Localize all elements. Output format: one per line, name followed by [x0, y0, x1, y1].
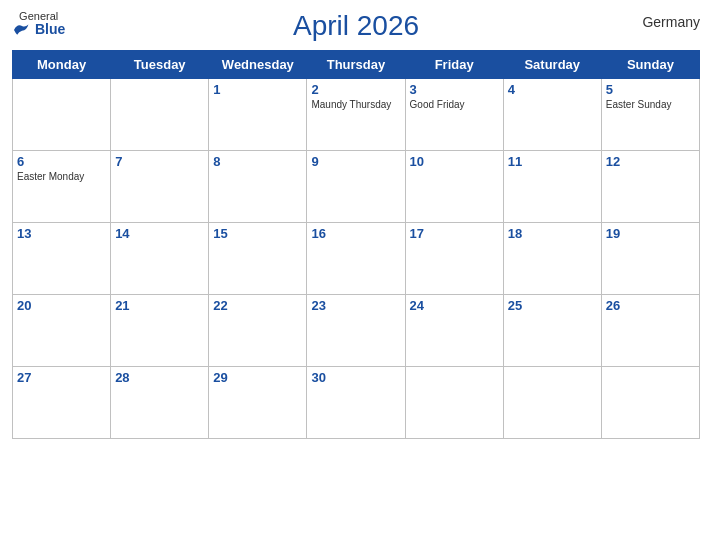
- day-cell-3-5: 25: [503, 295, 601, 367]
- day-cell-2-2: 15: [209, 223, 307, 295]
- calendar-body: 12Maundy Thursday3Good Friday45Easter Su…: [13, 79, 700, 439]
- day-number: 13: [17, 226, 106, 241]
- header-sunday: Sunday: [601, 51, 699, 79]
- day-number: 8: [213, 154, 302, 169]
- day-number: 24: [410, 298, 499, 313]
- week-row-2: 6Easter Monday789101112: [13, 151, 700, 223]
- calendar-title: April 2026: [293, 10, 419, 42]
- day-cell-4-5: [503, 367, 601, 439]
- holiday-label: Maundy Thursday: [311, 99, 400, 111]
- day-cell-3-1: 21: [111, 295, 209, 367]
- day-cell-4-3: 30: [307, 367, 405, 439]
- logo-blue: Blue: [35, 22, 65, 37]
- day-number: 19: [606, 226, 695, 241]
- day-cell-1-1: 7: [111, 151, 209, 223]
- day-cell-0-2: 1: [209, 79, 307, 151]
- weekday-header-row: Monday Tuesday Wednesday Thursday Friday…: [13, 51, 700, 79]
- day-cell-2-6: 19: [601, 223, 699, 295]
- header-thursday: Thursday: [307, 51, 405, 79]
- holiday-label: Easter Sunday: [606, 99, 695, 111]
- day-number: 30: [311, 370, 400, 385]
- week-row-3: 13141516171819: [13, 223, 700, 295]
- day-cell-3-3: 23: [307, 295, 405, 367]
- country-label: Germany: [642, 14, 700, 30]
- day-cell-4-4: [405, 367, 503, 439]
- logo-bird-icon: [12, 22, 32, 38]
- header-friday: Friday: [405, 51, 503, 79]
- holiday-label: Good Friday: [410, 99, 499, 111]
- day-cell-0-5: 4: [503, 79, 601, 151]
- header-monday: Monday: [13, 51, 111, 79]
- day-cell-4-6: [601, 367, 699, 439]
- day-cell-3-6: 26: [601, 295, 699, 367]
- day-number: 23: [311, 298, 400, 313]
- day-cell-3-0: 20: [13, 295, 111, 367]
- logo-row: Blue: [12, 22, 65, 38]
- day-number: 2: [311, 82, 400, 97]
- day-number: 20: [17, 298, 106, 313]
- header-tuesday: Tuesday: [111, 51, 209, 79]
- day-cell-2-3: 16: [307, 223, 405, 295]
- calendar-container: General Blue April 2026 Germany Monday T…: [0, 0, 712, 550]
- day-number: 26: [606, 298, 695, 313]
- logo: General Blue: [12, 10, 65, 38]
- week-row-1: 12Maundy Thursday3Good Friday45Easter Su…: [13, 79, 700, 151]
- day-number: 14: [115, 226, 204, 241]
- day-cell-0-3: 2Maundy Thursday: [307, 79, 405, 151]
- day-cell-3-4: 24: [405, 295, 503, 367]
- day-number: 27: [17, 370, 106, 385]
- day-cell-1-5: 11: [503, 151, 601, 223]
- day-cell-1-2: 8: [209, 151, 307, 223]
- day-cell-1-4: 10: [405, 151, 503, 223]
- day-cell-1-0: 6Easter Monday: [13, 151, 111, 223]
- day-number: 1: [213, 82, 302, 97]
- day-number: 3: [410, 82, 499, 97]
- day-number: 29: [213, 370, 302, 385]
- day-cell-2-5: 18: [503, 223, 601, 295]
- header-wednesday: Wednesday: [209, 51, 307, 79]
- day-number: 7: [115, 154, 204, 169]
- day-cell-4-2: 29: [209, 367, 307, 439]
- day-number: 16: [311, 226, 400, 241]
- day-number: 17: [410, 226, 499, 241]
- day-cell-2-4: 17: [405, 223, 503, 295]
- day-number: 5: [606, 82, 695, 97]
- day-number: 9: [311, 154, 400, 169]
- day-cell-1-6: 12: [601, 151, 699, 223]
- holiday-label: Easter Monday: [17, 171, 106, 183]
- day-cell-2-1: 14: [111, 223, 209, 295]
- day-number: 28: [115, 370, 204, 385]
- day-number: 21: [115, 298, 204, 313]
- day-number: 4: [508, 82, 597, 97]
- week-row-4: 20212223242526: [13, 295, 700, 367]
- day-number: 12: [606, 154, 695, 169]
- day-cell-0-1: [111, 79, 209, 151]
- day-cell-4-0: 27: [13, 367, 111, 439]
- logo-general: General: [19, 10, 58, 22]
- week-row-5: 27282930: [13, 367, 700, 439]
- day-cell-0-4: 3Good Friday: [405, 79, 503, 151]
- day-number: 11: [508, 154, 597, 169]
- day-number: 22: [213, 298, 302, 313]
- day-cell-4-1: 28: [111, 367, 209, 439]
- calendar-grid: Monday Tuesday Wednesday Thursday Friday…: [12, 50, 700, 439]
- day-cell-1-3: 9: [307, 151, 405, 223]
- day-cell-3-2: 22: [209, 295, 307, 367]
- day-cell-0-0: [13, 79, 111, 151]
- day-number: 18: [508, 226, 597, 241]
- calendar-header: General Blue April 2026 Germany: [12, 10, 700, 42]
- day-number: 25: [508, 298, 597, 313]
- day-number: 10: [410, 154, 499, 169]
- day-cell-0-6: 5Easter Sunday: [601, 79, 699, 151]
- day-number: 6: [17, 154, 106, 169]
- day-number: 15: [213, 226, 302, 241]
- day-cell-2-0: 13: [13, 223, 111, 295]
- header-saturday: Saturday: [503, 51, 601, 79]
